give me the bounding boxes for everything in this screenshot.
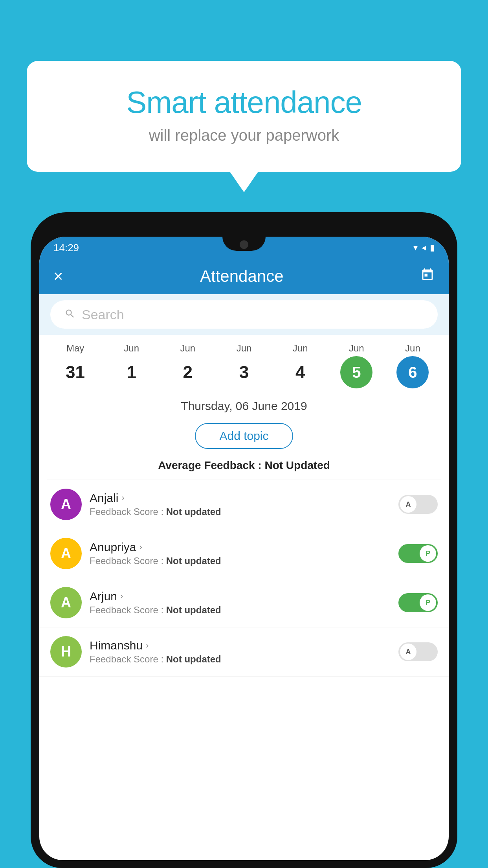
student-list: AAnjali ›Feedback Score : Not updatedAAA…	[39, 480, 449, 677]
feedback-value: Not updated	[166, 654, 221, 664]
attendance-toggle[interactable]: P	[398, 593, 438, 612]
avatar: A	[50, 587, 82, 618]
toggle-knob: P	[420, 594, 436, 611]
camera	[240, 240, 248, 249]
cal-month-label: Jun	[180, 343, 196, 354]
toggle-knob: P	[420, 545, 436, 562]
avatar: A	[50, 489, 82, 520]
cal-month-label: May	[66, 343, 84, 354]
student-feedback: Feedback Score : Not updated	[90, 654, 391, 665]
feedback-value: Not updated	[166, 506, 221, 517]
search-icon	[64, 307, 75, 322]
student-name: Himanshu ›	[90, 639, 391, 652]
cal-month-label: Jun	[349, 343, 364, 354]
avg-feedback-label: Average Feedback :	[158, 459, 262, 471]
calendar-day[interactable]: Jun4	[272, 343, 328, 388]
chevron-icon: ›	[139, 542, 142, 552]
cal-date-label: 31	[59, 356, 92, 388]
student-name: Anjali ›	[90, 491, 391, 505]
battery-icon: ▮	[430, 243, 435, 253]
calendar-day[interactable]: Jun1	[103, 343, 160, 388]
student-name: Anupriya ›	[90, 541, 391, 554]
attendance-toggle[interactable]: P	[398, 544, 438, 563]
status-time: 14:29	[53, 242, 79, 254]
chevron-icon: ›	[146, 640, 149, 651]
status-icons: ▾ ◂ ▮	[413, 243, 435, 253]
calendar-day[interactable]: Jun6	[385, 343, 441, 388]
search-placeholder: Search	[82, 307, 124, 322]
student-info: Anupriya ›Feedback Score : Not updated	[90, 541, 391, 566]
speech-bubble-container: Smart attendance will replace your paper…	[27, 61, 461, 172]
calendar-day[interactable]: May31	[47, 343, 103, 388]
cal-month-label: Jun	[237, 343, 252, 354]
avg-feedback: Average Feedback : Not Updated	[39, 455, 449, 480]
cal-date-label: 1	[116, 356, 148, 388]
speech-bubble: Smart attendance will replace your paper…	[27, 61, 461, 172]
toggle-knob: A	[400, 496, 416, 513]
toggle-knob: A	[400, 644, 416, 660]
speech-bubble-subtitle: will replace your paperwork	[58, 127, 430, 144]
cal-date-label: 4	[284, 356, 316, 388]
phone-screen: 14:29 ▾ ◂ ▮ × Attendance	[39, 237, 449, 860]
app-header: × Attendance	[39, 259, 449, 294]
calendar-day[interactable]: Jun5	[328, 343, 385, 388]
avatar: H	[50, 636, 82, 668]
cal-month-label: Jun	[405, 343, 420, 354]
student-name: Arjun ›	[90, 590, 391, 603]
wifi-icon: ▾	[413, 243, 418, 253]
chevron-icon: ›	[120, 591, 123, 601]
student-feedback: Feedback Score : Not updated	[90, 506, 391, 517]
selected-date-text: Thursday, 06 June 2019	[181, 399, 307, 412]
attendance-toggle[interactable]: A	[398, 642, 438, 661]
date-info: Thursday, 06 June 2019	[39, 388, 449, 417]
cal-date-label: 5	[340, 356, 372, 388]
student-item[interactable]: AArjun ›Feedback Score : Not updatedP	[39, 578, 449, 627]
cal-month-label: Jun	[293, 343, 308, 354]
speech-bubble-title: Smart attendance	[58, 85, 430, 120]
student-item[interactable]: HHimanshu ›Feedback Score : Not updatedA	[39, 627, 449, 677]
avatar: A	[50, 538, 82, 569]
cal-month-label: Jun	[124, 343, 139, 354]
calendar-day[interactable]: Jun2	[160, 343, 216, 388]
student-feedback: Feedback Score : Not updated	[90, 605, 391, 616]
cal-date-label: 3	[228, 356, 260, 388]
signal-icon: ◂	[422, 243, 426, 253]
add-topic-button[interactable]: Add topic	[195, 423, 293, 449]
student-item[interactable]: AAnupriya ›Feedback Score : Not updatedP	[39, 529, 449, 578]
chevron-icon: ›	[121, 493, 124, 503]
add-topic-container: Add topic	[39, 417, 449, 455]
header-title: Attendance	[200, 267, 284, 286]
feedback-value: Not updated	[166, 555, 221, 566]
calendar-icon[interactable]	[420, 268, 435, 285]
calendar-day[interactable]: Jun3	[216, 343, 272, 388]
feedback-value: Not updated	[166, 605, 221, 615]
student-feedback: Feedback Score : Not updated	[90, 555, 391, 566]
cal-date-label: 6	[396, 356, 429, 388]
search-bar-container: Search	[39, 294, 449, 335]
close-button[interactable]: ×	[53, 267, 63, 286]
student-info: Arjun ›Feedback Score : Not updated	[90, 590, 391, 616]
student-item[interactable]: AAnjali ›Feedback Score : Not updatedA	[39, 480, 449, 529]
calendar-row: May31Jun1Jun2Jun3Jun4Jun5Jun6	[39, 335, 449, 388]
student-info: Anjali ›Feedback Score : Not updated	[90, 491, 391, 517]
phone-frame: 14:29 ▾ ◂ ▮ × Attendance	[31, 212, 457, 868]
search-bar[interactable]: Search	[50, 300, 438, 329]
avg-feedback-value: Not Updated	[264, 459, 330, 471]
attendance-toggle[interactable]: A	[398, 495, 438, 514]
cal-date-label: 2	[172, 356, 204, 388]
student-info: Himanshu ›Feedback Score : Not updated	[90, 639, 391, 665]
